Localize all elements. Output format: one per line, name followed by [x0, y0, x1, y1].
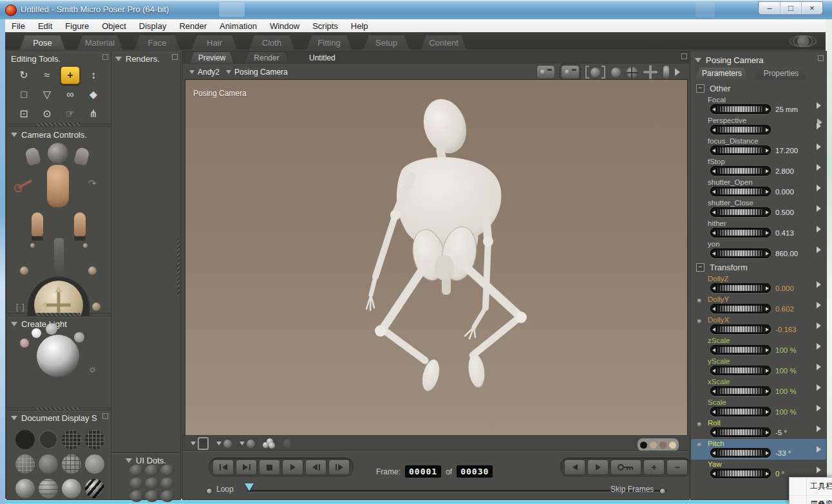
param-menu-arrow-icon[interactable] — [817, 364, 821, 370]
collapse-section-icon[interactable]: − — [696, 263, 704, 272]
camera-dot-control[interactable] — [20, 266, 28, 275]
panel-options-icon[interactable] — [681, 53, 687, 59]
figure-select-menu[interactable]: Andy2 — [189, 68, 220, 77]
param-value[interactable]: 0.500 — [775, 209, 794, 216]
total-frames-field[interactable]: 00030 — [457, 465, 493, 478]
menu-help[interactable]: Help — [345, 19, 375, 32]
param-menu-arrow-icon[interactable] — [817, 343, 821, 350]
display-style-flat-lined[interactable] — [62, 454, 81, 474]
menu-render[interactable]: Render — [173, 19, 213, 32]
tool-scale[interactable]: □ — [12, 85, 35, 104]
prev-keyframe-button[interactable] — [564, 460, 585, 475]
param-value[interactable]: 25 mm — [775, 106, 798, 113]
tab-cloth[interactable]: Cloth — [243, 35, 300, 50]
tool-rotate[interactable]: ↻ — [12, 66, 35, 85]
menu-edit[interactable]: Edit — [32, 19, 59, 32]
flyaround-icon[interactable]: ↷ — [88, 178, 97, 189]
delete-keyframe-button[interactable]: − — [667, 460, 688, 475]
DollyY-dial[interactable] — [710, 304, 771, 313]
param-menu-arrow-icon[interactable] — [817, 123, 821, 129]
focus_Distance-dial[interactable] — [710, 145, 771, 155]
sun-light-icon[interactable]: ☼ — [88, 363, 97, 374]
param-value[interactable]: 0.000 — [775, 188, 794, 196]
DollyZ-dial[interactable] — [710, 283, 771, 293]
param-value[interactable]: 0 ° — [775, 470, 784, 478]
ui-dot[interactable] — [145, 465, 159, 476]
param-value[interactable]: -33 ° — [775, 449, 791, 457]
zScale-dial[interactable] — [710, 345, 771, 355]
panel-options-icon[interactable] — [818, 55, 824, 61]
ui-dot[interactable] — [160, 490, 175, 502]
menu-window[interactable]: Window — [263, 19, 306, 32]
param-menu-arrow-icon[interactable] — [817, 247, 821, 253]
param-menu-arrow-icon[interactable] — [817, 322, 821, 329]
ui-dot[interactable] — [145, 490, 159, 502]
tab-content[interactable]: Content — [415, 35, 472, 50]
tool-direct-manipulation[interactable]: ⋔ — [82, 104, 105, 124]
display-style-silhouette[interactable] — [15, 430, 35, 449]
param-menu-arrow-icon[interactable] — [817, 185, 821, 191]
light-dot[interactable] — [74, 332, 84, 342]
Roll-dial[interactable] — [710, 427, 771, 437]
collapse-triangle-icon[interactable] — [11, 322, 17, 326]
Focal-dial[interactable] — [710, 104, 771, 114]
tab-pose[interactable]: Pose — [14, 35, 71, 50]
tool-grouping[interactable]: ☞ — [59, 104, 82, 124]
ui-dot[interactable] — [145, 478, 159, 489]
camera-dot-control[interactable] — [88, 266, 97, 275]
skip-frames-radio[interactable] — [659, 488, 666, 494]
left-camera-hand-control[interactable] — [32, 212, 43, 237]
panel-drag-handle[interactable] — [35, 123, 80, 126]
minimize-button[interactable]: – — [759, 2, 780, 14]
param-value[interactable]: 100 % — [775, 408, 797, 416]
hither-dial[interactable] — [710, 228, 771, 238]
param-value[interactable]: 100 % — [775, 346, 797, 354]
select-camera-key-icon[interactable] — [17, 180, 32, 189]
fStop-dial[interactable] — [710, 166, 771, 176]
menu-scripts[interactable]: Scripts — [306, 19, 345, 32]
current-camera-icon[interactable] — [561, 65, 580, 79]
param-menu-arrow-icon[interactable] — [817, 281, 821, 288]
param-menu-arrow-icon[interactable] — [817, 205, 821, 212]
multi-style-icon[interactable] — [263, 438, 276, 449]
add-keyframe-button[interactable]: + — [643, 460, 665, 475]
param-menu-arrow-icon[interactable] — [817, 226, 821, 232]
dolly-vertical-control[interactable] — [54, 238, 64, 281]
Yaw-dial[interactable] — [710, 469, 771, 478]
tracking-mode-menu[interactable] — [216, 440, 232, 448]
camera-sphere-icon[interactable] — [611, 68, 621, 77]
light-dot[interactable] — [20, 339, 29, 348]
tool-chain-break[interactable]: ∞ — [59, 85, 82, 104]
current-frame-field[interactable]: 00001 — [405, 465, 441, 478]
tool-translate-pull[interactable]: + — [59, 66, 82, 85]
tool-morphing-tool[interactable]: ⊡ — [12, 104, 35, 124]
display-style-outline[interactable] — [39, 430, 58, 449]
display-style-texture-shaded[interactable] — [62, 479, 81, 498]
collapse-triangle-icon[interactable] — [11, 416, 17, 420]
popup-item-1[interactable]: 工具栏 — [789, 478, 832, 496]
timeline-handle[interactable] — [245, 483, 254, 491]
camera-trackball-icon[interactable] — [627, 67, 638, 78]
yScale-dial[interactable] — [710, 366, 771, 375]
figure-andy2[interactable] — [185, 80, 687, 436]
xScale-dial[interactable] — [710, 386, 771, 396]
yon-dial[interactable] — [710, 248, 771, 258]
title-bar[interactable]: Untitled - Smith Micro Poser Pro (64-bit… — [0, 0, 832, 19]
menu-file[interactable]: File — [5, 19, 32, 32]
param-tab-parameters[interactable]: Parameters — [692, 68, 752, 80]
light-dot[interactable] — [46, 323, 57, 335]
camera-select-menu[interactable]: Posing Camera — [226, 68, 288, 77]
step-forward-button[interactable] — [328, 460, 350, 475]
param-value[interactable]: -0.163 — [775, 326, 797, 333]
menu-display[interactable]: Display — [133, 19, 173, 32]
edit-keyframes-button[interactable] — [610, 460, 641, 475]
ghost-style-icon[interactable] — [283, 439, 291, 448]
more-cameras-arrow-icon[interactable] — [675, 68, 680, 76]
doc-tab-render[interactable]: Render — [240, 52, 293, 64]
first-frame-button[interactable] — [213, 460, 234, 475]
display-style-wireframe[interactable] — [62, 430, 81, 449]
menu-object[interactable]: Object — [95, 19, 133, 32]
param-menu-arrow-icon[interactable] — [817, 467, 821, 473]
param-value[interactable]: 860.00 — [775, 250, 798, 257]
menu-figure[interactable]: Figure — [59, 19, 95, 32]
